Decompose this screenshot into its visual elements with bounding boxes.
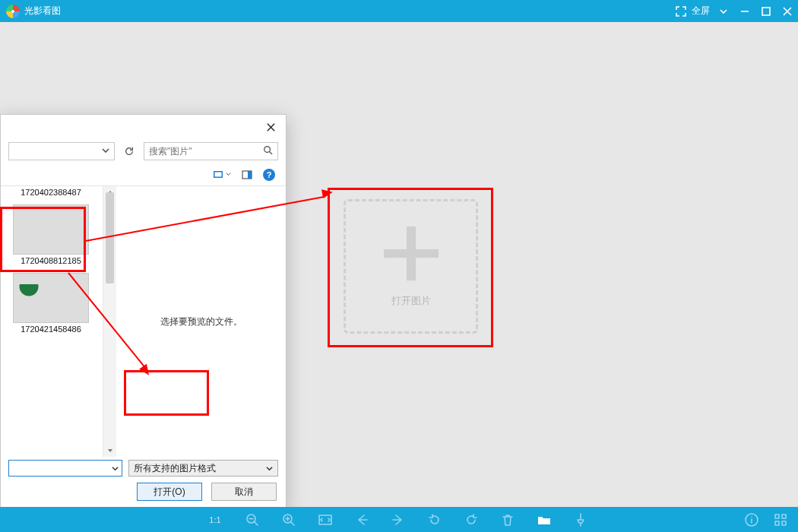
- file-type-filter[interactable]: 所有支持的图片格式: [128, 460, 278, 477]
- cancel-button-label: 取消: [235, 486, 253, 499]
- cancel-button[interactable]: 取消: [211, 483, 277, 501]
- search-icon: [263, 145, 273, 157]
- file-item[interactable]: 1720408812185: [4, 204, 98, 270]
- open-button[interactable]: 打开(O): [137, 483, 202, 501]
- grid-icon: [773, 512, 788, 527]
- delete-button[interactable]: [499, 511, 516, 528]
- svg-rect-10: [775, 515, 779, 518]
- info-icon: [744, 512, 759, 527]
- info-button[interactable]: [743, 511, 760, 528]
- preview-pane-toggle[interactable]: [242, 169, 252, 180]
- minimize-icon: [739, 6, 750, 17]
- close-button[interactable]: [777, 0, 798, 22]
- dialog-header: [1, 115, 286, 139]
- svg-rect-3: [215, 172, 222, 176]
- dialog-toolbar: ?: [1, 163, 286, 186]
- grid-button[interactable]: [772, 511, 789, 528]
- app-logo-icon: [6, 5, 20, 18]
- arrow-left-icon: [354, 512, 369, 527]
- svg-rect-12: [775, 521, 779, 525]
- file-thumbnail-icon: [13, 204, 89, 255]
- trash-icon: [500, 512, 515, 527]
- fullscreen-icon: [676, 6, 686, 17]
- preview-pane-icon: [242, 169, 252, 180]
- chevron-down-icon: [266, 465, 273, 472]
- dialog-close-button[interactable]: [255, 115, 286, 139]
- title-bar: 光影看图 全屏: [0, 0, 798, 22]
- path-dropdown[interactable]: [8, 142, 115, 160]
- fit-screen-icon: [318, 512, 333, 527]
- folder-open-icon: [537, 512, 552, 527]
- file-thumbnail-column: 1720402388487 1720408812185 172042145848…: [1, 186, 103, 457]
- rotate-right-button[interactable]: [463, 511, 480, 528]
- viewer-canvas: 打开图片: [0, 22, 798, 507]
- file-thumbnail-icon: [13, 273, 89, 323]
- svg-rect-5: [248, 171, 252, 179]
- prev-image-button[interactable]: [353, 511, 370, 528]
- chevron-down-icon: [112, 465, 119, 472]
- preview-pane: 选择要预览的文件。: [116, 186, 286, 457]
- arrow-right-icon: [391, 512, 406, 527]
- view-mode-button[interactable]: [213, 169, 231, 180]
- open-button-label: 打开(O): [154, 486, 185, 499]
- close-icon: [266, 122, 276, 132]
- help-icon: ?: [267, 170, 272, 179]
- rotate-left-icon: [427, 512, 442, 527]
- zoom-ratio[interactable]: 1:1: [209, 515, 220, 524]
- dialog-body: 1720402388487 1720408812185 172042145848…: [1, 186, 286, 457]
- fullscreen-label: 全屏: [692, 5, 710, 17]
- open-image-dropzone[interactable]: 打开图片: [334, 190, 487, 343]
- file-type-filter-label: 所有支持的图片格式: [134, 462, 216, 475]
- next-image-button[interactable]: [390, 511, 407, 528]
- zoom-out-icon: [245, 512, 260, 527]
- close-icon: [782, 6, 793, 17]
- open-image-label: 打开图片: [391, 294, 431, 308]
- titlebar-menu-button[interactable]: [713, 0, 734, 22]
- maximize-icon: [761, 6, 771, 17]
- maximize-button[interactable]: [755, 0, 777, 22]
- filename-field[interactable]: [8, 460, 122, 477]
- scroll-thumb[interactable]: [106, 192, 114, 283]
- file-name: 1720402388487: [4, 186, 98, 201]
- open-folder-button[interactable]: [536, 511, 553, 528]
- search-field[interactable]: [144, 142, 278, 160]
- scroll-down-button[interactable]: [103, 445, 116, 457]
- annotation-arrow-head: [321, 188, 334, 198]
- svg-point-1: [264, 147, 271, 153]
- file-item[interactable]: 1720402388487: [4, 186, 98, 201]
- refresh-icon: [124, 146, 135, 157]
- app-title: 光影看图: [24, 5, 61, 17]
- search-input[interactable]: [149, 146, 263, 157]
- svg-rect-0: [762, 8, 770, 15]
- refresh-button[interactable]: [121, 142, 138, 160]
- help-button[interactable]: ?: [263, 169, 275, 181]
- pin-icon: [573, 512, 588, 527]
- preview-empty-text: 选择要预览的文件。: [160, 315, 242, 328]
- file-name: 1720408812185: [4, 255, 98, 270]
- zoom-in-button[interactable]: [280, 511, 297, 528]
- file-list-scrollbar[interactable]: [103, 186, 116, 457]
- svg-rect-13: [782, 521, 786, 525]
- chevron-down-icon: [226, 172, 231, 177]
- file-name: 1720421458486: [4, 323, 98, 338]
- fit-screen-button[interactable]: [317, 511, 334, 528]
- bottom-toolbar: 1:1: [0, 507, 798, 532]
- file-open-dialog: ? 1720402388487 1720408812185 1720421458…: [0, 114, 287, 511]
- rotate-left-button[interactable]: [426, 511, 443, 528]
- chevron-down-icon: [102, 146, 109, 157]
- thumbnails-icon: [213, 169, 223, 180]
- minimize-button[interactable]: [734, 0, 755, 22]
- zoom-in-icon: [281, 512, 296, 527]
- zoom-out-button[interactable]: [244, 511, 261, 528]
- chevron-down-icon: [720, 8, 727, 15]
- dialog-nav-row: [1, 139, 286, 163]
- svg-rect-11: [782, 515, 786, 518]
- dialog-footer: 所有支持的图片格式 打开(O) 取消: [1, 457, 286, 510]
- fullscreen-button[interactable]: [670, 0, 692, 22]
- rotate-right-icon: [464, 512, 479, 527]
- file-item[interactable]: 1720421458486: [4, 273, 98, 338]
- pin-button[interactable]: [572, 511, 589, 528]
- plus-icon: [384, 226, 439, 280]
